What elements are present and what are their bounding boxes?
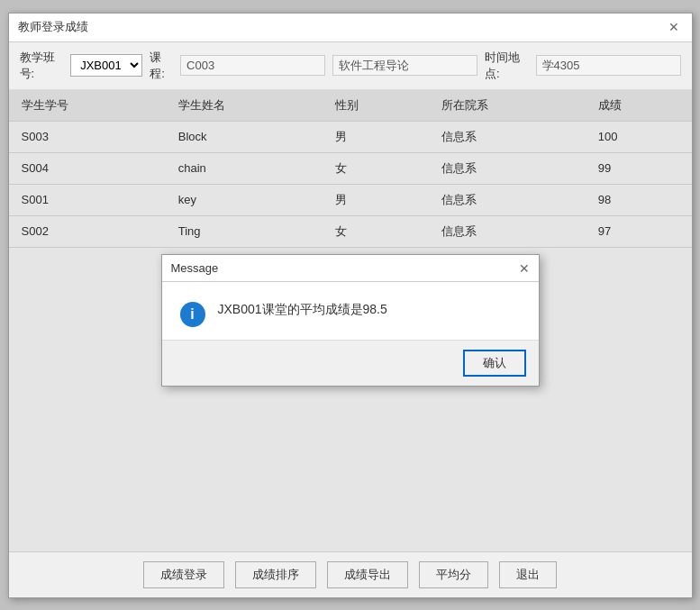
modal-message: JXB001课堂的平均成绩是98.5 bbox=[218, 300, 387, 319]
modal-footer: 确认 bbox=[162, 340, 539, 386]
course-label: 课程: bbox=[150, 50, 173, 82]
window-close-button[interactable]: ✕ bbox=[665, 20, 683, 34]
modal-title: Message bbox=[171, 261, 219, 275]
title-bar: 教师登录成绩 ✕ bbox=[9, 14, 692, 42]
main-window: 教师登录成绩 ✕ 教学班号: JXB001 课程: 时间地点: 学生学号 学生姓… bbox=[8, 13, 693, 598]
grade-sort-button[interactable]: 成绩排序 bbox=[235, 561, 316, 588]
modal-body: i JXB001课堂的平均成绩是98.5 bbox=[162, 282, 539, 340]
course-name-input bbox=[332, 55, 477, 76]
modal-overlay: Message ✕ i JXB001课堂的平均成绩是98.5 确认 bbox=[9, 90, 692, 551]
window-title: 教师登录成绩 bbox=[18, 19, 88, 35]
modal-ok-button[interactable]: 确认 bbox=[463, 350, 526, 377]
grade-enter-button[interactable]: 成绩登录 bbox=[143, 561, 224, 588]
message-dialog: Message ✕ i JXB001课堂的平均成绩是98.5 确认 bbox=[161, 254, 540, 387]
class-select[interactable]: JXB001 bbox=[70, 54, 142, 77]
grade-export-button[interactable]: 成绩导出 bbox=[327, 561, 408, 588]
table-container: 学生学号 学生姓名 性别 所在院系 成绩 S003Block男信息系100S00… bbox=[9, 90, 692, 551]
class-label: 教学班号: bbox=[20, 50, 64, 82]
toolbar: 教学班号: JXB001 课程: 时间地点: bbox=[9, 42, 692, 90]
modal-close-button[interactable]: ✕ bbox=[519, 261, 530, 276]
location-input bbox=[536, 55, 681, 76]
course-id-input bbox=[180, 55, 325, 76]
info-icon: i bbox=[180, 302, 205, 327]
exit-button[interactable]: 退出 bbox=[499, 561, 557, 588]
modal-title-bar: Message ✕ bbox=[162, 255, 539, 282]
footer-toolbar: 成绩登录 成绩排序 成绩导出 平均分 退出 bbox=[9, 551, 692, 597]
location-label: 时间地点: bbox=[485, 50, 529, 82]
average-button[interactable]: 平均分 bbox=[419, 561, 488, 588]
